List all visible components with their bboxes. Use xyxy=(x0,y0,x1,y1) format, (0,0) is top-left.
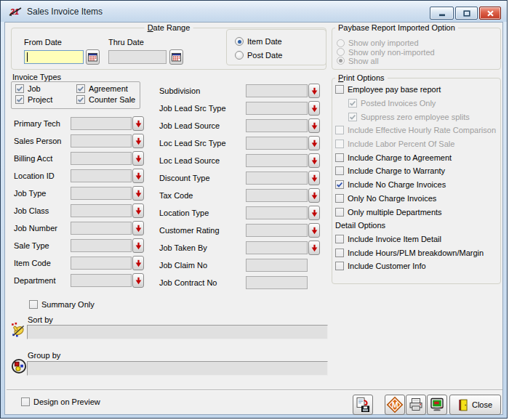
checkbox-include-labor-percent-of-sale[interactable]: Include Labor Percent Of Sale xyxy=(335,137,504,151)
titlebar[interactable]: 21 Sales Invoice Items xyxy=(1,1,507,22)
close-icon xyxy=(486,10,494,17)
radio-show-only-imported[interactable]: Show only imported xyxy=(337,39,435,47)
checkbox-box xyxy=(76,84,85,93)
window-close-button[interactable] xyxy=(479,7,501,20)
filter-row-job-contract-no: Job Contract No xyxy=(159,274,320,291)
sort-by-input[interactable] xyxy=(27,325,328,339)
department-input[interactable] xyxy=(71,274,132,287)
job-taken-by-dropdown-button[interactable] xyxy=(308,241,320,255)
checkbox-include-charge-to-warranty[interactable]: Include Charge to Warranty xyxy=(335,164,504,178)
primary-tech-input[interactable] xyxy=(71,117,132,130)
checkbox-label: Include Invoice Item Detail xyxy=(348,235,441,243)
subdivision-dropdown-button[interactable] xyxy=(308,84,320,98)
location-type-input[interactable] xyxy=(246,206,308,219)
filter-label: Billing Acct xyxy=(14,154,71,163)
report-to-file-icon xyxy=(355,397,371,413)
checkbox-include-hours-plm-breakdown-margin[interactable]: Include Hours/PLM breakdown/Margin xyxy=(335,246,504,259)
radio-circle xyxy=(337,48,345,56)
window-controls xyxy=(430,7,501,20)
tax-code-dropdown-button[interactable] xyxy=(308,188,320,203)
close-button[interactable]: Close xyxy=(449,395,501,415)
checkbox-agreement[interactable]: Agreement xyxy=(76,84,135,93)
checkbox-label: Agreement xyxy=(89,84,128,93)
sale-type-input[interactable] xyxy=(71,239,132,252)
checkbox-box xyxy=(335,235,344,243)
job-claim-no-input[interactable] xyxy=(246,259,308,272)
customer-rating-input[interactable] xyxy=(246,224,308,237)
checkbox-only-no-charge-invoices[interactable]: Only No Charge Invoices xyxy=(335,192,504,206)
job-class-input[interactable] xyxy=(71,204,132,217)
job-lead-src-type-input[interactable] xyxy=(246,102,308,115)
checkbox-project[interactable]: Project xyxy=(15,95,76,104)
sale-type-dropdown-button[interactable] xyxy=(132,238,144,253)
job-type-input[interactable] xyxy=(71,187,132,200)
sales-person-dropdown-button[interactable] xyxy=(132,134,144,148)
preview-button[interactable] xyxy=(427,395,447,415)
department-dropdown-button[interactable] xyxy=(132,273,144,288)
thru-date-calendar-button[interactable] xyxy=(169,49,183,65)
thru-date-input[interactable] xyxy=(108,50,167,64)
billing-acct-input[interactable] xyxy=(71,152,132,165)
checkbox-box xyxy=(335,85,344,94)
checkbox-posted-invoices-only[interactable]: Posted Invoices Only xyxy=(335,97,504,110)
close-button-label: Close xyxy=(472,400,492,409)
job-lead-source-dropdown-button[interactable] xyxy=(308,118,320,133)
from-date-input[interactable] xyxy=(24,50,84,64)
checkbox-summary-only[interactable]: Summary Only xyxy=(29,300,95,309)
item-code-dropdown-button[interactable] xyxy=(132,256,144,270)
sales-person-input[interactable] xyxy=(71,134,132,148)
from-date-label: From Date xyxy=(24,38,62,47)
job-taken-by-input[interactable] xyxy=(246,241,308,254)
radio-show-only-non-imported[interactable]: Show only non-imported xyxy=(337,47,435,56)
job-number-input[interactable] xyxy=(71,222,132,235)
checkbox-include-customer-info[interactable]: Include Customer Info xyxy=(335,259,504,273)
print-button[interactable] xyxy=(406,395,426,415)
checkbox-include-effective-hourly-rate-comparison[interactable]: Include Effective Hourly Rate Comparison xyxy=(335,124,504,137)
checkbox-suppress-zero-employee-splits[interactable]: Suppress zero employee splits xyxy=(335,110,504,124)
job-contract-no-input[interactable] xyxy=(246,276,308,289)
loc-lead-source-input[interactable] xyxy=(246,154,308,167)
filter-row-loc-lead-src-type: Loc Lead Src Type xyxy=(159,134,320,152)
checkbox-include-no-charge-invoices[interactable]: Include No Charge Invoices xyxy=(335,178,504,192)
filter-label: Loc Lead Source xyxy=(159,156,246,165)
location-id-input[interactable] xyxy=(71,169,132,182)
from-date-calendar-button[interactable] xyxy=(86,49,100,65)
export-report-button[interactable] xyxy=(353,395,373,415)
job-number-dropdown-button[interactable] xyxy=(132,221,144,235)
checkbox-design-on-preview[interactable]: Design on Preview xyxy=(21,397,100,406)
loc-lead-src-type-dropdown-button[interactable] xyxy=(308,136,320,150)
checkbox-counter-sale[interactable]: Counter Sale xyxy=(76,95,135,104)
location-type-dropdown-button[interactable] xyxy=(308,206,320,220)
radio-post-date[interactable]: Post Date xyxy=(235,51,282,60)
job-class-dropdown-button[interactable] xyxy=(132,203,144,218)
radio-item-date[interactable]: Item Date xyxy=(235,37,282,46)
checkbox-only-multiple-departments[interactable]: Only multiple Departments xyxy=(335,205,504,219)
checkbox-job[interactable]: Job xyxy=(15,84,76,93)
discount-type-input[interactable] xyxy=(246,171,308,185)
filter-row-item-code: Item Code xyxy=(14,254,144,272)
radio-show-all[interactable]: Show all xyxy=(337,57,435,65)
m-diamond-button[interactable]: M xyxy=(385,395,405,415)
job-lead-source-input[interactable] xyxy=(246,119,308,132)
maximize-button[interactable] xyxy=(455,7,478,20)
minimize-button[interactable] xyxy=(430,7,454,20)
checkbox-box xyxy=(335,262,344,270)
checkbox-include-invoice-item-detail[interactable]: Include Invoice Item Detail xyxy=(335,233,504,246)
billing-acct-dropdown-button[interactable] xyxy=(132,151,144,166)
checkbox-employee-pay-base-report[interactable]: Employee pay base report xyxy=(335,83,504,97)
job-type-dropdown-button[interactable] xyxy=(132,186,144,201)
loc-lead-source-dropdown-button[interactable] xyxy=(308,153,320,168)
subdivision-input[interactable] xyxy=(246,84,308,97)
item-code-input[interactable] xyxy=(71,257,132,270)
group-by-input[interactable] xyxy=(27,361,328,376)
discount-type-dropdown-button[interactable] xyxy=(308,171,320,185)
customer-rating-dropdown-button[interactable] xyxy=(308,223,320,238)
paybase-group-label: Paybase Report Imported Option xyxy=(335,23,458,33)
location-id-dropdown-button[interactable] xyxy=(132,169,144,183)
checkbox-include-charge-to-agreement[interactable]: Include Charge to Agreement xyxy=(335,150,504,164)
loc-lead-src-type-input[interactable] xyxy=(246,137,308,150)
filter-label: Location Type xyxy=(159,209,246,217)
job-lead-src-type-dropdown-button[interactable] xyxy=(308,101,320,116)
primary-tech-dropdown-button[interactable] xyxy=(132,116,144,131)
tax-code-input[interactable] xyxy=(246,189,308,202)
